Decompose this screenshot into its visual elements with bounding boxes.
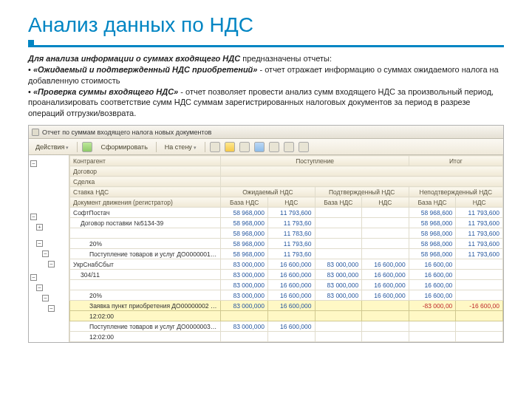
play-icon[interactable] (82, 142, 92, 152)
outline-tree[interactable]: − − + − − − − − − − (29, 155, 69, 342)
cell-value[interactable]: 11 793,60 (267, 249, 315, 259)
cell-value[interactable]: 16 600,000 (362, 259, 409, 270)
collapse-icon[interactable]: − (30, 214, 37, 220)
table-row[interactable]: Договор поставки №5134-3958 968,00011 79… (70, 218, 503, 228)
row-label[interactable]: 12:02:00 (70, 311, 221, 321)
row-label[interactable]: 304/11 (70, 270, 221, 280)
cell-value[interactable]: 83 000,000 (315, 280, 362, 290)
cell-value[interactable] (315, 218, 362, 228)
row-label[interactable]: Поступление товаров и услуг ДО0000001 от… (70, 249, 221, 259)
table-row[interactable]: Заявка пункт приобретения ДО00000002 от … (70, 301, 503, 311)
collapse-icon[interactable]: − (48, 261, 55, 267)
cell-value[interactable]: 16 600,000 (267, 259, 315, 270)
cell-value[interactable] (362, 321, 409, 332)
collapse-icon[interactable]: − (30, 274, 37, 281)
cell-value[interactable]: 83 000,000 (221, 259, 268, 270)
col-confirmed[interactable]: Подтвержденный НДС (315, 187, 409, 197)
col-deal[interactable]: Сделка (70, 177, 221, 187)
print-icon[interactable] (284, 142, 294, 152)
cell-value[interactable]: 16 600,000 (362, 290, 409, 301)
collapse-icon[interactable]: − (36, 240, 43, 247)
col-vat[interactable]: НДС (267, 197, 315, 208)
col-base[interactable]: База НДС (315, 197, 362, 208)
cell-value[interactable] (221, 311, 268, 321)
cell-value[interactable] (456, 332, 503, 342)
report-grid[interactable]: Контрагент Поступление Итог Договор Сдел… (69, 155, 503, 342)
col-unconfirmed[interactable]: Неподтвержденный НДС (409, 187, 502, 197)
cell-value[interactable] (362, 228, 409, 239)
cell-value[interactable]: 83 000,000 (221, 301, 268, 311)
cell-value[interactable]: 11 793,60 (267, 239, 315, 249)
help-icon[interactable] (299, 142, 309, 152)
col-receipt[interactable]: Поступление (221, 156, 409, 166)
cell-value[interactable] (315, 208, 362, 218)
cell-value[interactable] (409, 332, 456, 342)
cell-value[interactable] (456, 259, 503, 270)
cell-value[interactable] (315, 311, 362, 321)
cell-value[interactable]: 16 600,000 (267, 301, 315, 311)
cell-value[interactable] (315, 228, 362, 239)
cell-value[interactable]: 16 600,000 (267, 270, 315, 280)
cell-value[interactable] (315, 301, 362, 311)
cell-value[interactable]: 58 968,000 (221, 239, 268, 249)
table-row[interactable]: СофтПостач58 968,00011 793,60058 968,600… (70, 208, 503, 218)
col-movedoc[interactable]: Документ движения (регистратор) (70, 197, 221, 208)
cell-value[interactable] (362, 249, 409, 259)
form-button[interactable]: Сформировать (97, 142, 151, 152)
table-row[interactable]: Поступление товаров и услуг ДО0000003 от… (70, 321, 503, 332)
cell-value[interactable]: 16 600,000 (267, 280, 315, 290)
col-vat[interactable]: НДС (456, 197, 503, 208)
row-label[interactable] (70, 280, 221, 290)
cell-value[interactable]: 16 600,00 (409, 290, 456, 301)
col-contract[interactable]: Договор (70, 166, 221, 177)
collapse-icon[interactable]: − (36, 284, 43, 291)
cell-value[interactable] (362, 239, 409, 249)
cell-value[interactable]: 11 793,600 (456, 228, 503, 239)
col-total[interactable]: Итог (409, 156, 502, 166)
cell-value[interactable] (221, 332, 268, 342)
wall-menu[interactable]: На стену (161, 142, 200, 152)
row-label[interactable]: 20% (70, 239, 221, 249)
cell-value[interactable] (362, 301, 409, 311)
collapse-icon[interactable]: − (42, 250, 49, 257)
cell-value[interactable] (267, 332, 315, 342)
cell-value[interactable]: 11 793,600 (456, 208, 503, 218)
filter-icon[interactable] (225, 142, 235, 152)
cell-value[interactable] (409, 321, 456, 332)
actions-menu[interactable]: Действия (32, 142, 72, 152)
cell-value[interactable] (267, 311, 315, 321)
cell-value[interactable]: -83 000,00 (409, 301, 456, 311)
sort-icon[interactable] (254, 142, 265, 152)
table-row[interactable]: 83 000,00016 600,00083 000,00016 600,000… (70, 280, 503, 290)
row-label[interactable]: Поступление товаров и услуг ДО0000003 от… (70, 321, 221, 332)
cell-value[interactable]: 83 000,000 (221, 321, 268, 332)
cell-value[interactable] (456, 270, 503, 280)
col-counterparty[interactable]: Контрагент (70, 156, 221, 166)
cell-value[interactable]: 16 600,000 (267, 290, 315, 301)
cell-value[interactable]: 58 968,000 (409, 249, 456, 259)
cell-value[interactable] (456, 311, 503, 321)
table-row[interactable]: 20%83 000,00016 600,00083 000,00016 600,… (70, 290, 503, 301)
col-base[interactable]: База НДС (221, 197, 268, 208)
cell-value[interactable]: 58 968,000 (221, 208, 268, 218)
cell-value[interactable]: 83 000,000 (221, 270, 268, 280)
cell-value[interactable]: 11 793,600 (456, 239, 503, 249)
cell-value[interactable]: 58 968,000 (221, 218, 268, 228)
cell-value[interactable]: 11 793,600 (456, 218, 503, 228)
table-row[interactable]: 304/1183 000,00016 600,00083 000,00016 6… (70, 270, 503, 280)
cell-value[interactable]: 11 793,600 (456, 249, 503, 259)
cell-value[interactable]: 16 600,000 (362, 280, 409, 290)
cell-value[interactable]: 16 600,00 (409, 259, 456, 270)
table-row[interactable]: 12:02:00 (70, 332, 503, 342)
cell-value[interactable] (315, 249, 362, 259)
cell-value[interactable] (315, 332, 362, 342)
row-label[interactable]: Договор поставки №5134-39 (70, 218, 221, 228)
cell-value[interactable] (315, 321, 362, 332)
cell-value[interactable]: 83 000,000 (315, 290, 362, 301)
cell-value[interactable]: 83 000,000 (221, 290, 268, 301)
col-expected[interactable]: Ожидаемый НДС (221, 187, 315, 197)
row-label[interactable]: СофтПостач (70, 208, 221, 218)
cell-value[interactable]: 11 793,60 (267, 218, 315, 228)
table-row[interactable]: УкрСнабСбыт83 000,00016 600,00083 000,00… (70, 259, 503, 270)
cell-value[interactable] (362, 218, 409, 228)
